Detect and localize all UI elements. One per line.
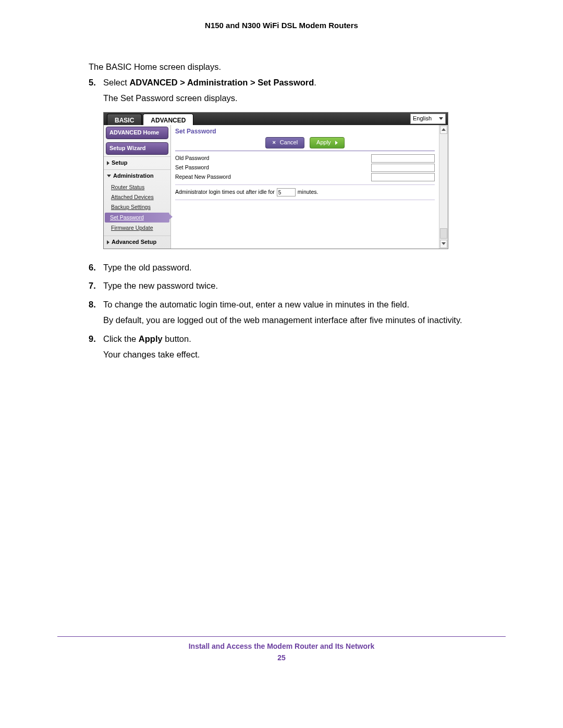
caret-right-icon <box>107 161 109 165</box>
intro-text: The BASIC Home screen displays. <box>89 61 506 73</box>
step-9-text: Click the Apply button. <box>103 333 506 346</box>
sidebar-advanced-setup[interactable]: Advanced Setup <box>104 236 170 249</box>
step-8-text: To change the automatic login time-out, … <box>103 299 506 311</box>
page-number: 25 <box>57 653 506 662</box>
footer-text: Install and Access the Modem Router and … <box>57 642 506 650</box>
panel-title: Set Password <box>175 127 435 136</box>
caret-up-icon <box>442 128 446 131</box>
sidebar-firmware-update[interactable]: Firmware Update <box>104 223 170 233</box>
language-selector[interactable]: English <box>410 114 446 124</box>
old-password-label: Old Password <box>175 154 209 162</box>
cancel-button[interactable]: × Cancel <box>265 137 304 149</box>
step-5-text: Select ADVANCED > Administration > Set P… <box>103 77 506 89</box>
set-password-label: Set Password <box>175 164 209 171</box>
divider <box>175 184 435 185</box>
sidebar: ADVANCED Home Setup Wizard Setup Adminis… <box>104 125 171 249</box>
idle-timeout-input[interactable] <box>277 188 296 196</box>
sidebar-set-password[interactable]: Set Password <box>105 213 169 223</box>
divider <box>175 200 435 200</box>
repeat-password-input[interactable] <box>371 173 435 181</box>
step-9-number: 9. <box>89 333 103 364</box>
footer-divider <box>57 636 506 637</box>
tab-basic[interactable]: BASIC <box>107 114 142 125</box>
scrollbar[interactable] <box>439 125 448 249</box>
divider <box>175 151 435 151</box>
ui-topbar: BASIC ADVANCED English <box>104 113 448 125</box>
sidebar-setup[interactable]: Setup <box>104 156 170 169</box>
close-icon: × <box>272 139 275 147</box>
sidebar-attached-devices[interactable]: Attached Devices <box>104 192 170 202</box>
caret-right-icon <box>107 240 109 244</box>
ui-main-panel: Set Password × Cancel Apply <box>171 125 439 249</box>
sidebar-administration[interactable]: Administration <box>104 169 170 182</box>
step-5-after: The Set Password screen displays. <box>103 92 506 105</box>
step-8-number: 8. <box>89 299 103 330</box>
set-password-input[interactable] <box>371 164 435 172</box>
step-5-number: 5. <box>89 77 103 258</box>
sidebar-advanced-home[interactable]: ADVANCED Home <box>106 127 168 139</box>
caret-down-icon <box>107 175 111 177</box>
caret-down-icon <box>442 242 446 245</box>
tab-advanced[interactable]: ADVANCED <box>143 114 193 125</box>
step-9-after: Your changes take effect. <box>103 349 506 361</box>
page-header: N150 and N300 WiFi DSL Modem Routers <box>57 21 506 30</box>
step-7-number: 7. <box>89 280 103 295</box>
sidebar-backup-settings[interactable]: Backup Settings <box>104 202 170 212</box>
step-8-after: By default, you are logged out of the we… <box>103 314 506 327</box>
apply-button[interactable]: Apply <box>310 137 345 149</box>
step-7-text: Type the new password twice. <box>103 280 506 292</box>
language-label: English <box>413 115 432 123</box>
chevron-down-icon <box>439 117 443 120</box>
idle-timeout-prefix: Administrator login times out after idle… <box>175 188 275 196</box>
scroll-down-button[interactable] <box>440 240 447 248</box>
repeat-password-label: Repeat New Password <box>175 173 231 181</box>
scroll-up-button[interactable] <box>440 126 447 134</box>
scroll-thumb[interactable] <box>440 228 447 239</box>
caret-right-icon <box>335 141 338 145</box>
step-6-number: 6. <box>89 262 103 277</box>
idle-timeout-suffix: minutes. <box>298 188 319 196</box>
old-password-input[interactable] <box>371 154 435 163</box>
sidebar-setup-wizard[interactable]: Setup Wizard <box>106 142 168 155</box>
sidebar-router-status[interactable]: Router Status <box>104 182 170 192</box>
step-6-text: Type the old password. <box>103 262 506 274</box>
router-ui-screenshot: BASIC ADVANCED English ADVANC <box>103 112 506 249</box>
